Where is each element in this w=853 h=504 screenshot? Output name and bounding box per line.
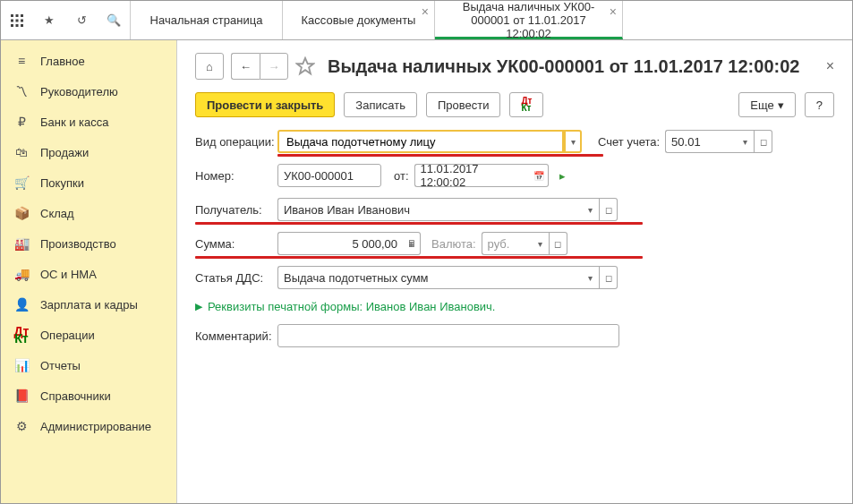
topbar: ★ ↺ 🔍 Начальная страница Кассовые докуме… [1, 1, 852, 40]
dtkt-icon: ДтКт [13, 328, 30, 342]
home-button[interactable]: ⌂ [195, 53, 224, 80]
account-value: 50.01 [671, 135, 701, 149]
svg-rect-0 [11, 14, 13, 17]
svg-rect-2 [21, 14, 23, 17]
amount-value: 5 000,00 [352, 237, 397, 251]
bars-icon: 📊 [13, 358, 30, 372]
menu-icon: ≡ [13, 54, 30, 68]
comment-field[interactable] [277, 324, 619, 347]
comment-row: Комментарий: [195, 324, 834, 347]
sidebar-item-hr[interactable]: 👤Зарплата и кадры [1, 289, 176, 320]
sidebar-item-label: Руководителю [40, 85, 118, 98]
recipient-field[interactable]: Иванов Иван Иванович [277, 198, 582, 221]
dds-field[interactable]: Выдача подотчетных сумм [277, 266, 582, 289]
open-icon[interactable]: ◻ [550, 232, 567, 255]
help-button[interactable]: ? [805, 92, 834, 117]
sidebar-item-label: Склад [40, 207, 74, 220]
history-icon[interactable]: ↺ [65, 1, 98, 40]
number-field[interactable]: УК00-000001 [277, 164, 381, 187]
cart-icon: 🛒 [13, 175, 30, 190]
sidebar-item-warehouse[interactable]: 📦Склад [1, 198, 176, 228]
content: ⌂ ← → Выдача наличных УК00-000001 от 11.… [177, 40, 852, 503]
comment-label: Комментарий: [195, 329, 277, 343]
open-icon[interactable]: ◻ [600, 198, 618, 221]
currency-label: Валюта: [431, 237, 476, 251]
print-details-link[interactable]: ▶ Реквизиты печатной формы: Иванов Иван … [195, 300, 834, 313]
sidebar-item-assets[interactable]: 🚚ОС и НМА [1, 259, 176, 289]
star-icon[interactable]: ★ [33, 1, 65, 40]
search-icon[interactable]: 🔍 [98, 1, 130, 40]
amount-row: Сумма: 5 000,00 🖩 Валюта: руб. ▾ ◻ [195, 232, 643, 255]
currency-field[interactable]: руб. [482, 232, 532, 255]
account-label: Счет учета: [598, 135, 660, 149]
header-row: ⌂ ← → Выдача наличных УК00-000001 от 11.… [195, 53, 834, 80]
calculator-icon[interactable]: 🖩 [403, 232, 421, 255]
dropdown-icon[interactable]: ▾ [582, 266, 600, 289]
sidebar-item-production[interactable]: 🏭Производство [1, 228, 176, 259]
amount-field[interactable]: 5 000,00 [277, 232, 403, 255]
sidebar-item-operations[interactable]: ДтКтОперации [1, 320, 176, 350]
sidebar-item-label: ОС и НМА [40, 268, 97, 281]
tab-cash-out[interactable]: Выдача наличных УК00-000001 от 11.01.201… [435, 1, 623, 39]
write-button[interactable]: Записать [344, 92, 417, 117]
favorite-icon[interactable] [295, 56, 315, 76]
operation-type-input[interactable] [285, 134, 557, 149]
sidebar-item-label: Администрирование [40, 420, 151, 433]
back-button[interactable]: ← [231, 53, 260, 80]
sidebar-item-sales[interactable]: 🛍Продажи [1, 137, 176, 167]
sidebar-item-bank[interactable]: ₽Банк и касса [1, 107, 176, 137]
factory-icon: 🏭 [13, 236, 30, 251]
ruble-icon: ₽ [13, 115, 30, 129]
number-value: УК00-000001 [284, 169, 354, 183]
operation-type-field[interactable] [277, 130, 564, 153]
sidebar-item-catalogs[interactable]: 📕Справочники [1, 380, 176, 411]
svg-rect-4 [16, 19, 19, 21]
recipient-value: Иванов Иван Иванович [284, 203, 410, 217]
box-icon: 📦 [13, 206, 30, 220]
open-icon[interactable]: ◻ [600, 266, 618, 289]
sidebar-item-purchases[interactable]: 🛒Покупки [1, 167, 176, 198]
chevron-right-icon: ▶ [195, 301, 202, 312]
svg-rect-1 [16, 14, 19, 17]
dropdown-icon[interactable]: ▾ [582, 198, 600, 221]
recipient-row: Получатель: Иванов Иван Иванович ▾ ◻ [195, 198, 643, 221]
account-field[interactable]: 50.01 [665, 130, 737, 153]
dds-value: Выдача подотчетных сумм [284, 271, 429, 285]
book-icon: 📕 [13, 389, 30, 403]
close-icon[interactable]: × [422, 4, 429, 19]
open-icon[interactable]: ◻ [755, 130, 772, 153]
sidebar-item-label: Банк и касса [40, 115, 109, 129]
tab-cash-docs[interactable]: Кассовые документы× [283, 1, 435, 39]
dropdown-icon[interactable]: ▾ [532, 232, 550, 255]
operation-label: Вид операции: [195, 135, 277, 149]
more-button[interactable]: Еще [738, 92, 795, 117]
sidebar-item-main[interactable]: ≡Главное [1, 46, 176, 76]
apps-icon[interactable] [1, 1, 33, 40]
tabs: Начальная страница Кассовые документы× В… [131, 1, 852, 39]
svg-rect-5 [21, 19, 23, 21]
dds-row: Статья ДДС: Выдача подотчетных сумм ▾ ◻ [195, 266, 834, 289]
sidebar-item-label: Справочники [40, 389, 111, 403]
close-document-button[interactable]: × [826, 58, 834, 74]
svg-rect-6 [11, 24, 13, 27]
comment-input[interactable] [284, 329, 613, 344]
post-button[interactable]: Провести [426, 92, 501, 117]
forward-button[interactable]: → [260, 53, 288, 80]
tab-home[interactable]: Начальная страница [131, 1, 283, 39]
posted-flag-icon: ▸ [559, 169, 566, 183]
sidebar-item-reports[interactable]: 📊Отчеты [1, 350, 176, 380]
close-icon[interactable]: × [610, 4, 617, 19]
sidebar-item-manager[interactable]: 〽Руководителю [1, 76, 176, 107]
bag-icon: 🛍 [13, 145, 30, 159]
calendar-icon[interactable]: 📅 [531, 164, 549, 187]
print-details-text: Реквизиты печатной формы: Иванов Иван Ив… [208, 300, 495, 313]
sidebar-item-label: Отчеты [40, 359, 81, 372]
dropdown-icon[interactable]: ▾ [737, 130, 755, 153]
post-and-close-button[interactable]: Провести и закрыть [195, 92, 335, 117]
show-postings-button[interactable]: ДтКт [509, 92, 543, 117]
dropdown-icon[interactable]: ▾ [564, 130, 582, 153]
date-field[interactable]: 11.01.2017 12:00:02 [414, 164, 531, 187]
sidebar-item-admin[interactable]: ⚙Администрирование [1, 411, 176, 441]
number-label: Номер: [195, 169, 277, 183]
recipient-label: Получатель: [195, 203, 277, 217]
